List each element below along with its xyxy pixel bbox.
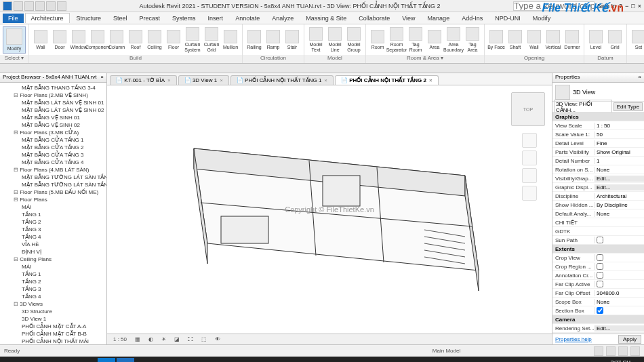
- redo-icon[interactable]: [46, 1, 56, 11]
- tree-node[interactable]: VỈA HÈ: [1, 241, 105, 248]
- clock-time[interactable]: 2:27 CH: [603, 359, 630, 362]
- mullion-button[interactable]: Mullion: [222, 30, 239, 50]
- tree-node[interactable]: PHỐI CẢNH MẶT CẮT B-B: [1, 330, 105, 338]
- tree-node[interactable]: Floor Plans (4.MB LÁT SÀN): [1, 166, 105, 174]
- model-group-button[interactable]: Model Group: [345, 27, 363, 53]
- property-value[interactable]: 50: [595, 132, 644, 138]
- filter-icon[interactable]: [618, 346, 628, 356]
- start-button[interactable]: ⊞: [3, 358, 20, 362]
- tree-node[interactable]: TẦNG 2: [1, 218, 105, 226]
- property-value[interactable]: Architectural: [595, 193, 644, 199]
- door-button[interactable]: Door: [51, 30, 68, 50]
- close-icon[interactable]: ×: [100, 74, 104, 81]
- search-icon[interactable]: 🔍: [22, 358, 39, 362]
- property-value[interactable]: None: [595, 211, 644, 217]
- tree-node[interactable]: TẦNG 4: [1, 293, 105, 300]
- tree-node[interactable]: PHỐI CẢNH NỘI THẤT MÁI: [1, 338, 105, 344]
- property-section-header[interactable]: Camera: [552, 315, 644, 324]
- ribbon-tab-architecture[interactable]: Architecture: [25, 13, 70, 23]
- ribbon-tab-steel[interactable]: Steel: [108, 14, 133, 23]
- close-icon[interactable]: ×: [638, 74, 641, 81]
- property-value[interactable]: Fine: [595, 140, 644, 146]
- ribbon-tab-manage[interactable]: Manage: [422, 14, 456, 23]
- view-tab[interactable]: 📄 KT-001 - TỜ BÌA×: [110, 75, 177, 85]
- property-value[interactable]: [595, 237, 644, 243]
- ribbon-tab-file[interactable]: File: [3, 14, 24, 23]
- 3d-model-view[interactable]: [140, 108, 519, 311]
- close-tab-icon[interactable]: ×: [167, 77, 171, 83]
- by-face-button[interactable]: By Face: [487, 30, 505, 50]
- tree-node[interactable]: MẶT BẰNG TƯỜNG LÁT SÀN TẦNG 2: [1, 181, 105, 188]
- save-icon[interactable]: [24, 1, 34, 11]
- shaft-button[interactable]: Shaft: [506, 30, 524, 50]
- grid-button[interactable]: Grid: [606, 30, 624, 50]
- model-line-button[interactable]: Model Line: [326, 27, 344, 53]
- ribbon-tab-analyze[interactable]: Analyze: [266, 14, 299, 23]
- tree-node[interactable]: TẦNG 1: [1, 270, 105, 278]
- tree-node[interactable]: MẶT BẰNG THANG TẦNG 3-4: [1, 84, 105, 92]
- property-section-header[interactable]: Extents: [552, 245, 644, 254]
- app-icon[interactable]: [98, 358, 115, 362]
- tree-node[interactable]: MẶT BẰNG CỬA TẦNG 2: [1, 144, 105, 151]
- close-tab-icon[interactable]: ×: [429, 77, 432, 83]
- tree-node[interactable]: MẶT BẰNG VỆ SINH 01: [1, 114, 105, 121]
- ribbon-tab-addins[interactable]: Add-Ins: [456, 14, 488, 23]
- tree-node[interactable]: TẦNG 2: [1, 278, 105, 285]
- shadows-icon[interactable]: ◪: [172, 336, 182, 342]
- tree-node[interactable]: MẶT BẰNG TƯỜNG LÁT SÀN TẦNG 1: [1, 174, 105, 181]
- tree-node[interactable]: MẶT BẰNG LÁT SÀN VỆ SINH 02: [1, 106, 105, 114]
- ramp-button[interactable]: Ramp: [264, 30, 282, 50]
- property-value[interactable]: 1: [595, 158, 644, 164]
- property-checkbox[interactable]: [597, 254, 603, 261]
- property-checkbox[interactable]: [597, 307, 603, 314]
- ribbon-tab-systems[interactable]: Systems: [167, 14, 201, 23]
- tree-node[interactable]: Floor Plans (5.MB ĐẤU NỐI ME): [1, 188, 105, 196]
- tree-node[interactable]: 3D View 1: [1, 315, 105, 323]
- property-value[interactable]: [595, 307, 644, 314]
- visual-style-icon[interactable]: ◐: [146, 336, 155, 342]
- hide-isolate-icon[interactable]: 👁: [213, 336, 222, 342]
- area-button[interactable]: Area: [426, 30, 443, 50]
- ribbon-tab-massingsite[interactable]: Massing & Site: [300, 14, 352, 23]
- room-separator-button[interactable]: Room Separator: [388, 27, 405, 53]
- sun-path-icon[interactable]: ☀: [159, 336, 168, 342]
- view-canvas[interactable]: TOP Copyright © FileThietKe.vn: [107, 85, 552, 334]
- property-checkbox[interactable]: [597, 272, 603, 279]
- ribbon-tab-npduni[interactable]: NPD-UNI: [489, 14, 526, 23]
- property-value[interactable]: By Discipline: [595, 202, 644, 208]
- properties-help-link[interactable]: Properties help: [555, 336, 592, 342]
- maximize-icon[interactable]: □: [631, 3, 635, 9]
- property-value[interactable]: None: [595, 299, 644, 305]
- property-value[interactable]: Edit...: [595, 325, 644, 331]
- ribbon-tab-modify[interactable]: Modify: [527, 14, 557, 23]
- property-value[interactable]: [595, 281, 644, 287]
- property-value[interactable]: [595, 254, 644, 261]
- tree-node[interactable]: MẶT BẰNG VỆ SINH 02: [1, 121, 105, 129]
- floor-button[interactable]: Floor: [165, 30, 182, 50]
- curtain-grid-button[interactable]: Curtain Grid: [203, 27, 220, 53]
- curtain-system-button[interactable]: Curtain System: [184, 27, 201, 53]
- close-tab-icon[interactable]: ×: [220, 77, 223, 83]
- close-tab-icon[interactable]: ×: [324, 77, 327, 83]
- property-value[interactable]: [595, 263, 644, 270]
- tree-node[interactable]: TẦNG 4: [1, 233, 105, 241]
- close-icon[interactable]: ×: [638, 3, 641, 9]
- tree-node[interactable]: 3D Structure: [1, 308, 105, 315]
- column-button[interactable]: Column: [108, 30, 125, 50]
- ribbon-tab-precast[interactable]: Precast: [134, 14, 166, 23]
- ribbon-tab-collaborate[interactable]: Collaborate: [353, 14, 395, 23]
- property-value[interactable]: 1 : 50: [595, 123, 644, 129]
- render-icon[interactable]: ⛶: [186, 336, 195, 342]
- tree-node[interactable]: TẦNG 3: [1, 285, 105, 293]
- view-tab[interactable]: 📄 3D View 1×: [178, 75, 229, 85]
- settings-icon[interactable]: ⚙: [136, 358, 153, 362]
- tree-node[interactable]: PHỐI CẢNH MẶT CẮT A-A: [1, 323, 105, 330]
- design-options[interactable]: Main Model: [432, 348, 460, 354]
- edit-type-button[interactable]: Edit Type: [613, 102, 643, 111]
- tree-node[interactable]: MẶT BẰNG CỬA TẦNG 1: [1, 136, 105, 144]
- property-value[interactable]: None: [595, 167, 644, 173]
- tree-node[interactable]: MẶT BẰNG LÁT SÀN VỆ SINH 01: [1, 99, 105, 106]
- vertical-button[interactable]: Vertical: [544, 30, 562, 50]
- detail-level-icon[interactable]: ▦: [133, 336, 142, 342]
- open-icon[interactable]: [14, 1, 23, 11]
